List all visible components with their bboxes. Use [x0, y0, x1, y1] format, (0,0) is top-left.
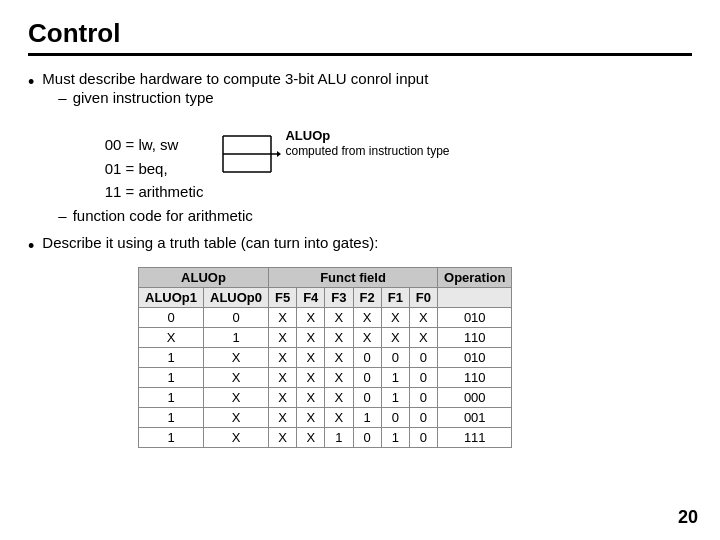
table-cell: 0 — [409, 348, 437, 368]
code-lines-block: 0 00 = lw, sw 01 = beq, 11 = arithmetic — [73, 108, 204, 203]
table-cell: 0 — [353, 428, 381, 448]
page-number: 20 — [678, 507, 698, 528]
table-cell: X — [204, 428, 269, 448]
sub1-block: – given instruction type 0 00 = lw, sw 0… — [58, 89, 428, 203]
table-cell: 1 — [139, 348, 204, 368]
bullet-1: • Must describe hardware to compute 3-bi… — [28, 70, 692, 224]
table-cell: X — [381, 328, 409, 348]
table-row: 1XXX1010111 — [139, 428, 512, 448]
table-row: 00XXXXXX010 — [139, 308, 512, 328]
bullet-icon-1: • — [28, 72, 34, 93]
table-cell: X — [269, 328, 297, 348]
table-cell: X — [325, 408, 353, 428]
title-divider — [28, 53, 692, 56]
table-cell: X — [409, 328, 437, 348]
arrow-area: ALUOp computed from instruction type — [221, 132, 387, 168]
table-cell: 0 — [409, 368, 437, 388]
page-title: Control — [28, 18, 692, 49]
table-cell: 0 — [204, 308, 269, 328]
table-cell: 1 — [139, 368, 204, 388]
th-aluop: ALUOp — [139, 268, 269, 288]
table-cell: X — [269, 388, 297, 408]
table-cell: 110 — [438, 328, 512, 348]
table-cell: X — [269, 428, 297, 448]
table-cell: 000 — [438, 388, 512, 408]
table-cell: X — [269, 408, 297, 428]
table-cell: X — [325, 388, 353, 408]
table-cell: 1 — [139, 388, 204, 408]
th-funct: Funct field — [269, 268, 438, 288]
table-subheader: ALUOp1 ALUOp0 F5 F4 F3 F2 F1 F0 — [139, 288, 512, 308]
th-f5: F5 — [269, 288, 297, 308]
table-cell: 0 — [409, 428, 437, 448]
table-cell: 1 — [381, 368, 409, 388]
table-cell: 001 — [438, 408, 512, 428]
sub2-block: – function code for arithmetic — [58, 207, 428, 224]
aluop-sublabel: computed from instruction type — [285, 144, 449, 158]
table-cell: 0 — [353, 388, 381, 408]
th-operation: Operation — [438, 268, 512, 288]
sub2-label: function code for arithmetic — [73, 207, 253, 224]
table-cell: X — [297, 408, 325, 428]
th-f2: F2 — [353, 288, 381, 308]
bullet1-main: Must describe hardware to compute 3-bit … — [42, 70, 428, 87]
table-cell: X — [269, 348, 297, 368]
table-cell: X — [297, 368, 325, 388]
table-cell: 0 — [409, 408, 437, 428]
table-row: 1XXXX100001 — [139, 408, 512, 428]
table-cell: X — [269, 368, 297, 388]
dash-2: – — [58, 207, 66, 224]
truth-table-body: 00XXXXXX010X1XXXXXX1101XXXX0000101XXXX01… — [139, 308, 512, 448]
th-aluop1: ALUOp1 — [139, 288, 204, 308]
table-row: 1XXXX010000 — [139, 388, 512, 408]
table-cell: 0 — [381, 408, 409, 428]
table-cell: X — [381, 308, 409, 328]
table-cell: X — [204, 388, 269, 408]
table-cell: 0 — [353, 348, 381, 368]
th-f1: F1 — [381, 288, 409, 308]
table-cell: X — [325, 308, 353, 328]
bullet-icon-2: • — [28, 236, 34, 257]
table-cell: 0 — [139, 308, 204, 328]
bullet2-main: Describe it using a truth table (can tur… — [42, 234, 378, 251]
svg-marker-5 — [277, 151, 281, 157]
aluop-title: ALUOp — [285, 128, 449, 143]
table-cell: X — [325, 368, 353, 388]
th-f0: F0 — [409, 288, 437, 308]
table-cell: 1 — [325, 428, 353, 448]
arrow-icon — [221, 132, 281, 176]
table-cell: X — [139, 328, 204, 348]
table-row: X1XXXXXX110 — [139, 328, 512, 348]
table-cell: 1 — [139, 428, 204, 448]
table-cell: X — [297, 328, 325, 348]
table-cell: 110 — [438, 368, 512, 388]
table-cell: 0 — [381, 348, 409, 368]
table-cell: X — [204, 368, 269, 388]
th-f4: F4 — [297, 288, 325, 308]
table-cell: X — [409, 308, 437, 328]
table-cell: 111 — [438, 428, 512, 448]
code-line-01beq: 01 = beq, — [105, 157, 204, 180]
table-header-top: ALUOp Funct field Operation — [139, 268, 512, 288]
table-cell: X — [204, 408, 269, 428]
table-cell: X — [204, 348, 269, 368]
dash-1: – — [58, 89, 66, 106]
table-cell: 0 — [409, 388, 437, 408]
table-cell: X — [297, 428, 325, 448]
table-row: 1XXXX000010 — [139, 348, 512, 368]
code-line-00lw: 00 = lw, sw — [105, 133, 204, 156]
table-cell: X — [297, 348, 325, 368]
table-cell: 1 — [353, 408, 381, 428]
table-cell: 1 — [139, 408, 204, 428]
table-cell: X — [297, 388, 325, 408]
table-row: 1XXXX010110 — [139, 368, 512, 388]
truth-table: ALUOp Funct field Operation ALUOp1 ALUOp… — [138, 267, 512, 448]
code-line-11arith: 11 = arithmetic — [105, 180, 204, 203]
table-cell: X — [353, 328, 381, 348]
table-cell: 010 — [438, 308, 512, 328]
table-cell: 010 — [438, 348, 512, 368]
truth-table-wrapper: ALUOp Funct field Operation ALUOp1 ALUOp… — [138, 267, 692, 448]
bullet-2: • Describe it using a truth table (can t… — [28, 234, 692, 257]
table-cell: 0 — [353, 368, 381, 388]
table-cell: X — [297, 308, 325, 328]
